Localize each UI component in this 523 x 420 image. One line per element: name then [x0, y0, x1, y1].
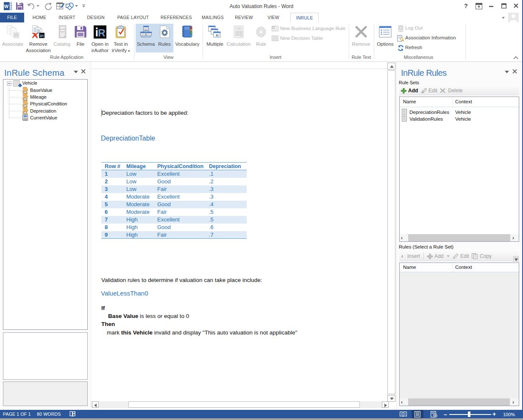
svg-text:<>: <>	[147, 33, 151, 36]
svg-text:R: R	[98, 27, 105, 39]
svg-text:<>: <>	[142, 33, 145, 36]
svg-text:A: A	[273, 27, 274, 29]
svg-text:iR: iR	[14, 33, 19, 38]
svg-text:R: R	[41, 33, 44, 38]
svg-text:<>: <>	[145, 27, 148, 30]
svg-text:123: 123	[236, 27, 240, 30]
